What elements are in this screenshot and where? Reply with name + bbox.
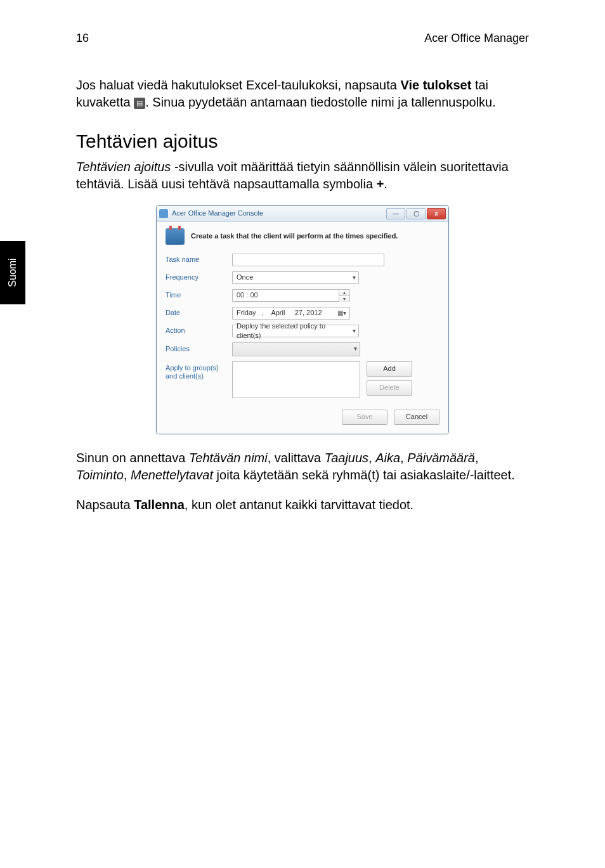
titlebar: Acer Office Manager Console — ▢ x bbox=[157, 206, 448, 222]
section-heading: Tehtävien ajoitus bbox=[76, 129, 529, 155]
text: , bbox=[368, 451, 375, 465]
text: . bbox=[384, 177, 387, 191]
label-frequency: Frequency bbox=[166, 273, 232, 282]
page-number: 16 bbox=[76, 32, 89, 45]
text: , bbox=[475, 451, 479, 465]
paragraph-save: Napsauta Tallenna, kun olet antanut kaik… bbox=[76, 496, 529, 514]
text-italic: Tehtävän nimi bbox=[189, 451, 268, 465]
paragraph-intro: Tehtävien ajoitus -sivulla voit määrittä… bbox=[76, 159, 529, 193]
date-input[interactable]: Friday , April 27, 2012 ▦▾ bbox=[232, 307, 350, 320]
time-input[interactable]: 00 : 00 ▲▼ bbox=[232, 289, 350, 302]
text: . Sinua pyydetään antamaan tiedostolle n… bbox=[145, 95, 496, 109]
text: Apply to group(s) bbox=[166, 364, 219, 372]
text: joita käytetään sekä ryhmä(t) tai asiaka… bbox=[213, 468, 515, 482]
plus-symbol: + bbox=[377, 177, 384, 191]
frequency-value: Once bbox=[237, 273, 253, 282]
label-apply: Apply to group(s) and client(s) bbox=[166, 361, 232, 380]
time-value: 00 : 00 bbox=[237, 290, 258, 300]
window-title: Acer Office Manager Console bbox=[172, 209, 263, 218]
text-italic: Menettelytavat bbox=[131, 468, 213, 482]
action-value: Deploy the selected policy to client(s) bbox=[237, 321, 347, 340]
text: Jos haluat viedä hakutulokset Excel-taul… bbox=[76, 78, 400, 92]
apply-list[interactable] bbox=[232, 361, 360, 398]
label-time: Time bbox=[166, 290, 232, 300]
date-picker-button[interactable]: ▦▾ bbox=[335, 309, 348, 318]
label-policies: Policies bbox=[166, 344, 232, 354]
action-select[interactable]: Deploy the selected policy to client(s) bbox=[232, 325, 359, 337]
calendar-icon bbox=[166, 228, 185, 245]
product-name: Acer Office Manager bbox=[424, 32, 529, 45]
date-value: Friday , April 27, 2012 bbox=[237, 308, 322, 318]
side-tab-label: Suomi bbox=[7, 258, 18, 287]
maximize-button[interactable]: ▢ bbox=[407, 208, 426, 219]
text: , bbox=[124, 468, 131, 482]
text: and client(s) bbox=[166, 372, 204, 380]
time-spinner[interactable]: ▲▼ bbox=[339, 290, 349, 301]
policies-select[interactable] bbox=[232, 342, 360, 356]
close-button[interactable]: x bbox=[427, 208, 446, 219]
text-italic: Aika bbox=[375, 451, 400, 465]
text-italic: Taajuus bbox=[325, 451, 368, 465]
document-icon: ▤ bbox=[134, 98, 145, 109]
app-icon bbox=[159, 209, 168, 218]
add-button[interactable]: Add bbox=[367, 361, 412, 377]
text: Napsauta bbox=[76, 498, 134, 512]
text: , bbox=[400, 451, 407, 465]
save-button[interactable]: Save bbox=[342, 410, 387, 425]
label-action: Action bbox=[166, 326, 232, 335]
label-task-name: Task name bbox=[166, 255, 232, 264]
text-italic: Toiminto bbox=[76, 468, 124, 482]
text: , kun olet antanut kaikki tarvittavat ti… bbox=[185, 498, 413, 512]
dialog-heading: Create a task that the client will perfo… bbox=[191, 231, 398, 241]
label-date: Date bbox=[166, 308, 232, 318]
paragraph-fields: Sinun on annettava Tehtävän nimi, valitt… bbox=[76, 450, 529, 484]
task-name-input[interactable] bbox=[232, 254, 384, 266]
task-dialog: Acer Office Manager Console — ▢ x Create… bbox=[156, 205, 449, 434]
paragraph-export: Jos haluat viedä hakutulokset Excel-taul… bbox=[76, 77, 529, 111]
delete-button[interactable]: Delete bbox=[367, 380, 412, 396]
text-italic: Tehtävien ajoitus bbox=[76, 160, 171, 174]
text: , valittava bbox=[268, 451, 325, 465]
side-tab: Suomi bbox=[0, 241, 25, 304]
minimize-button[interactable]: — bbox=[386, 208, 405, 219]
text-italic: Päivämäärä bbox=[407, 451, 475, 465]
text: Sinun on annettava bbox=[76, 451, 189, 465]
text-bold: Tallenna bbox=[134, 498, 185, 512]
cancel-button[interactable]: Cancel bbox=[394, 410, 439, 425]
text-bold: Vie tulokset bbox=[400, 78, 471, 92]
frequency-select[interactable]: Once bbox=[232, 271, 359, 284]
